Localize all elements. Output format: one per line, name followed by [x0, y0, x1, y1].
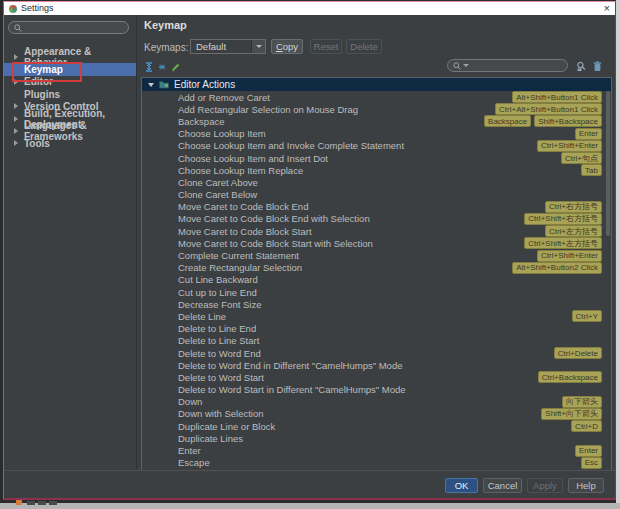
shortcut-badge: Ctrl+Delete [554, 347, 602, 359]
action-shortcuts: Alt+Shift+Button2 Click [512, 262, 602, 274]
action-row[interactable]: Cut Line Backward [142, 274, 611, 286]
action-name: Move Caret to Code Block Start [178, 226, 312, 237]
action-row[interactable]: Delete to Word Start Ctrl+Backspace [142, 371, 611, 383]
combo-arrow-button[interactable] [251, 40, 265, 53]
action-row[interactable]: Choose Lookup Item Enter [142, 128, 611, 140]
action-name: Duplicate Line or Block [178, 421, 275, 432]
action-name: Complete Current Statement [178, 250, 299, 261]
delete-button[interactable]: Delete [346, 39, 382, 54]
sidebar-item-appearance-behavior[interactable]: Appearance & Behavior [4, 51, 136, 63]
folder-icon [159, 80, 169, 89]
chevron-right-icon [14, 128, 18, 134]
action-row[interactable]: Create Rectangular Selection Alt+Shift+B… [142, 262, 611, 274]
action-row[interactable]: Delete to Word End in Different "CamelHu… [142, 359, 611, 371]
action-row[interactable]: Backspace BackspaceShift+Backspace [142, 115, 611, 127]
action-row[interactable]: Delete to Line Start [142, 335, 611, 347]
action-shortcuts: Ctrl+Shift+Enter [537, 250, 602, 262]
action-shortcuts: Ctrl+D [571, 420, 602, 432]
action-shortcuts: Ctrl+句点 [561, 152, 602, 164]
action-row[interactable]: Choose Lookup Item and Invoke Complete S… [142, 140, 611, 152]
sidebar-item-tools[interactable]: Tools [4, 137, 136, 149]
action-row[interactable]: Decrease Font Size [142, 298, 611, 310]
find-actions-by-shortcut-button[interactable] [575, 60, 587, 72]
sidebar-item-plugins[interactable]: Plugins [4, 88, 136, 100]
action-name: Choose Lookup Item and Insert Dot [178, 153, 328, 164]
action-name: Choose Lookup Item Replace [178, 165, 303, 176]
action-row[interactable]: Move Caret to Code Block End Ctrl+右方括号 [142, 201, 611, 213]
action-row[interactable]: Enter Enter [142, 444, 611, 456]
help-button[interactable]: Help [568, 478, 604, 493]
keymaps-combo[interactable]: Default [190, 39, 266, 54]
search-icon [453, 62, 461, 70]
action-row[interactable]: Clone Caret Below [142, 189, 611, 201]
action-shortcuts: Ctrl+Delete [554, 347, 602, 359]
action-name: Cut Line Backward [178, 274, 258, 285]
action-shortcuts: Ctrl+Y [572, 310, 602, 322]
shortcut-search-input[interactable] [447, 59, 568, 72]
chevron-down-icon [256, 45, 262, 48]
action-shortcuts: Alt+Shift+Button1 Click [512, 91, 602, 103]
window-title: Settings [21, 2, 54, 15]
action-shortcuts: Enter [575, 445, 602, 457]
ok-button[interactable]: OK [445, 478, 478, 493]
action-name: Move Caret to Code Block Start with Sele… [178, 238, 373, 249]
keymaps-combo-value: Default [191, 41, 251, 52]
action-name: Down with Selection [178, 408, 264, 419]
action-shortcuts: Enter [575, 128, 602, 140]
action-row[interactable]: Down 向下箭头 [142, 396, 611, 408]
action-name: Choose Lookup Item [178, 128, 266, 139]
clear-filter-button[interactable] [591, 60, 603, 72]
scrollbar-thumb[interactable] [606, 91, 610, 236]
chevron-right-icon [14, 79, 18, 85]
action-row[interactable]: Complete Current Statement Ctrl+Shift+En… [142, 249, 611, 261]
shortcut-badge: Enter [575, 128, 602, 140]
action-row[interactable]: Duplicate Line or Block Ctrl+D [142, 420, 611, 432]
group-row-editor-actions[interactable]: Editor Actions [142, 78, 611, 91]
sidebar-item-keymap[interactable]: Keymap [4, 63, 136, 75]
settings-window: Settings × Appearance & Behavior Keymap … [3, 1, 616, 500]
action-row[interactable]: Move Caret to Code Block Start with Sele… [142, 237, 611, 249]
action-row[interactable]: Escape Esc [142, 457, 611, 469]
action-name: Clone Caret Below [178, 189, 257, 200]
action-row[interactable]: Choose Lookup Item Replace Tab [142, 164, 611, 176]
action-row[interactable]: Add Rectangular Selection on Mouse Drag … [142, 103, 611, 115]
collapse-all-button[interactable] [156, 61, 167, 72]
sidebar-item-editor[interactable]: Editor [4, 76, 136, 88]
chevron-right-icon [14, 116, 18, 122]
edit-shortcut-button[interactable] [170, 61, 181, 72]
sidebar-item-languages-frameworks[interactable]: Languages & Frameworks [4, 125, 136, 137]
action-row[interactable]: Duplicate Lines [142, 432, 611, 444]
action-row[interactable]: Clone Caret Above [142, 176, 611, 188]
page-background-bottom [0, 503, 620, 509]
page-background-right [616, 0, 620, 509]
shortcut-badge: Ctrl+D [571, 420, 602, 432]
action-row[interactable]: Delete to Word Start in Different "Camel… [142, 384, 611, 396]
shortcut-badge: Enter [575, 445, 602, 457]
action-row[interactable]: Choose Lookup Item and Insert Dot Ctrl+句… [142, 152, 611, 164]
chevron-right-icon [14, 54, 18, 60]
expand-all-button[interactable] [143, 61, 154, 72]
action-shortcuts: Ctrl+Shift+左方括号 [524, 237, 602, 249]
shortcut-badge: Esc [581, 457, 602, 469]
action-shortcuts: Esc [581, 457, 602, 469]
action-row[interactable]: Down with Selection Shift+向下箭头 [142, 408, 611, 420]
action-row[interactable]: Move Caret to Code Block End with Select… [142, 213, 611, 225]
apply-button[interactable]: Apply [527, 478, 563, 493]
action-shortcuts: Ctrl+Shift+右方括号 [524, 213, 602, 225]
footer: OK Cancel Apply Help [4, 470, 615, 498]
shortcut-badge: Tab [581, 164, 602, 176]
copy-button[interactable]: Copy [271, 39, 303, 54]
close-icon[interactable]: × [604, 3, 610, 14]
reset-button[interactable]: Reset [310, 39, 342, 54]
action-row[interactable]: Delete to Line End [142, 323, 611, 335]
sidebar-search-input[interactable] [8, 21, 129, 34]
action-row[interactable]: Cut up to Line End [142, 286, 611, 298]
action-row[interactable]: Delete to Word End Ctrl+Delete [142, 347, 611, 359]
action-row[interactable]: Delete Line Ctrl+Y [142, 310, 611, 322]
shortcut-badge: Ctrl+Backspace [538, 371, 602, 383]
shortcut-badge: Ctrl+右方括号 [545, 201, 602, 213]
action-row[interactable]: Move Caret to Code Block Start Ctrl+左方括号 [142, 225, 611, 237]
action-row[interactable]: Add or Remove Caret Alt+Shift+Button1 Cl… [142, 91, 611, 103]
action-name: Duplicate Lines [178, 433, 243, 444]
cancel-button[interactable]: Cancel [483, 478, 522, 493]
